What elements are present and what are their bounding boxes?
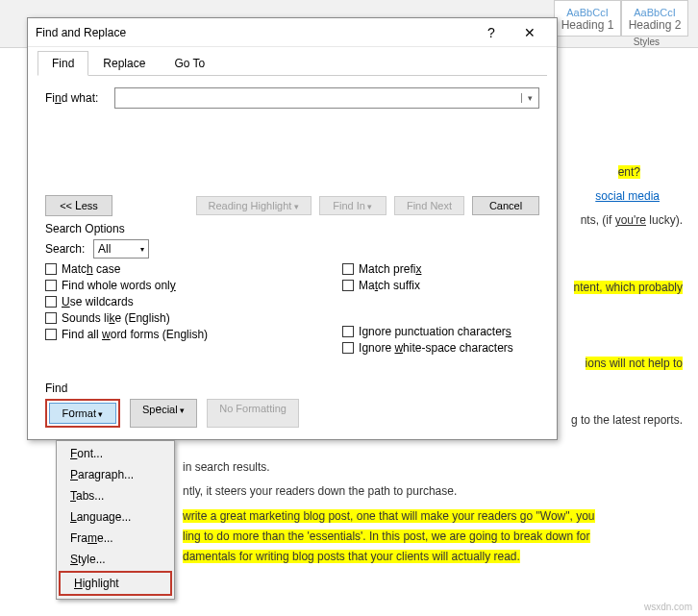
check-ignore-punctuation[interactable]: Ignore punctuation characters [342, 325, 513, 338]
help-button[interactable]: ? [472, 25, 511, 40]
dialog-tabs: Find Replace Go To [28, 47, 557, 76]
check-wildcards[interactable]: Use wildcards [45, 295, 208, 308]
format-dropdown-menu: Font... Paragraph... Tabs... Language...… [56, 440, 175, 600]
cancel-button[interactable]: Cancel [472, 196, 539, 215]
special-button[interactable]: Special [130, 399, 197, 428]
doc-text: ent? [618, 165, 640, 179]
doc-text: g to the latest reports. [571, 413, 683, 427]
styles-gallery[interactable]: AaBbCcI Heading 1 AaBbCcI Heading 2 [554, 0, 688, 37]
format-button[interactable]: Format [49, 403, 116, 424]
format-button-highlight-box: Format [45, 399, 120, 428]
find-what-label: Find what: [45, 91, 114, 105]
close-button[interactable]: ✕ [511, 25, 549, 40]
menu-tabs[interactable]: Tabs... [57, 485, 174, 506]
check-match-prefix[interactable]: Match prefix [342, 262, 513, 276]
doc-highlight: ntent, which probably [574, 281, 683, 294]
tab-find[interactable]: Find [37, 51, 88, 76]
doc-highlight: ling to do more than the 'essentials'. I… [183, 530, 590, 543]
doc-highlight: write a great marketing blog post, one t… [183, 509, 595, 523]
menu-style[interactable]: Style... [57, 549, 174, 570]
check-ignore-whitespace[interactable]: Ignore white-space characters [342, 341, 513, 355]
search-direction-label: Search: [45, 242, 93, 256]
find-replace-dialog: Find and Replace ? ✕ Find Replace Go To … [27, 17, 558, 440]
highlight-annotation-box: Highlight [59, 571, 172, 596]
find-section-label: Find [45, 382, 299, 395]
menu-frame[interactable]: Frame... [57, 528, 174, 549]
menu-language[interactable]: Language... [57, 506, 174, 528]
doc-highlight: ions will not help to [586, 357, 683, 370]
doc-link[interactable]: social media [595, 189, 660, 203]
menu-paragraph[interactable]: Paragraph... [57, 464, 174, 485]
styles-group-label: Styles [634, 37, 660, 47]
check-word-forms[interactable]: Find all word forms (English) [45, 328, 208, 341]
style-heading-1[interactable]: AaBbCcI Heading 1 [554, 0, 621, 37]
tab-replace[interactable]: Replace [88, 51, 160, 76]
no-formatting-button: No Formatting [207, 399, 299, 428]
check-match-case[interactable]: Match case [45, 262, 208, 276]
find-in-button: Find In [319, 196, 386, 215]
check-whole-words[interactable]: Find whole words only [45, 279, 208, 292]
search-options-header: Search Options [45, 222, 539, 235]
dropdown-arrow-icon[interactable]: ▾ [521, 93, 538, 103]
find-what-input[interactable]: ▾ [114, 87, 539, 109]
check-sounds-like[interactable]: Sounds like (English) [45, 311, 208, 325]
doc-text: in search results. [183, 460, 270, 474]
find-next-button: Find Next [394, 196, 464, 215]
less-button[interactable]: << Less [45, 195, 112, 216]
menu-font[interactable]: Font... [57, 443, 174, 464]
search-direction-select[interactable]: All ▾ [93, 239, 149, 259]
watermark: wsxdn.com [644, 602, 692, 612]
doc-text: ntly, it steers your readers down the pa… [183, 484, 457, 498]
menu-highlight[interactable]: Highlight [61, 573, 170, 594]
reading-highlight-button: Reading Highlight [196, 196, 312, 215]
dialog-title: Find and Replace [36, 26, 472, 39]
check-match-suffix[interactable]: Match suffix [342, 279, 513, 292]
chevron-down-icon: ▾ [140, 245, 144, 254]
tab-goto[interactable]: Go To [160, 51, 219, 76]
dialog-titlebar[interactable]: Find and Replace ? ✕ [28, 18, 557, 47]
style-heading-2[interactable]: AaBbCcI Heading 2 [621, 0, 688, 37]
doc-highlight: damentals for writing blog posts that yo… [183, 550, 520, 563]
